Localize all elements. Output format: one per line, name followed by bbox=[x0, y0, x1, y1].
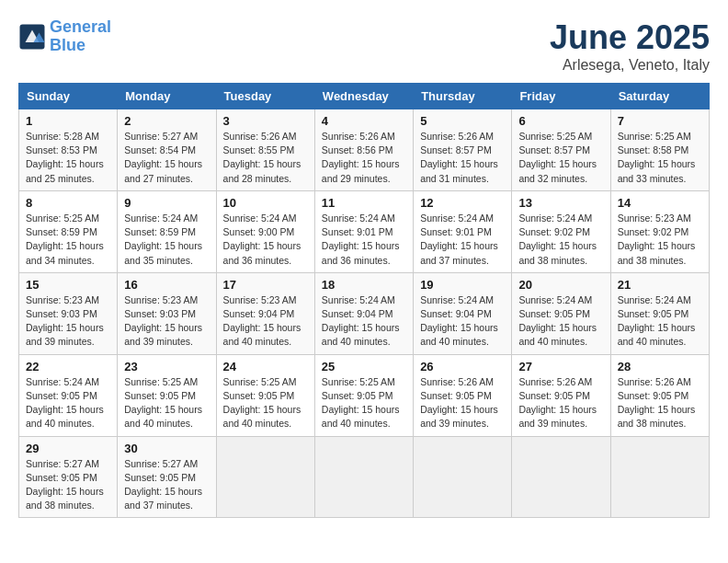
day-number: 17 bbox=[223, 278, 308, 292]
calendar-cell: 1Sunrise: 5:28 AMSunset: 8:53 PMDaylight… bbox=[19, 109, 118, 191]
day-number: 1 bbox=[26, 114, 110, 128]
day-info: Sunrise: 5:27 AMSunset: 9:05 PMDaylight:… bbox=[26, 457, 110, 513]
day-number: 12 bbox=[420, 196, 505, 210]
day-info: Sunrise: 5:27 AMSunset: 9:05 PMDaylight:… bbox=[124, 457, 209, 513]
day-info: Sunrise: 5:27 AMSunset: 8:54 PMDaylight:… bbox=[124, 130, 209, 186]
day-number: 10 bbox=[223, 196, 308, 210]
calendar-cell bbox=[512, 436, 610, 518]
day-info: Sunrise: 5:26 AMSunset: 8:55 PMDaylight:… bbox=[223, 130, 308, 186]
calendar-cell bbox=[414, 436, 512, 518]
day-info: Sunrise: 5:25 AMSunset: 9:05 PMDaylight:… bbox=[322, 375, 406, 431]
day-info: Sunrise: 5:23 AMSunset: 9:03 PMDaylight:… bbox=[124, 293, 209, 350]
day-number: 21 bbox=[618, 278, 702, 292]
day-number: 19 bbox=[420, 278, 505, 292]
day-number: 14 bbox=[618, 196, 702, 210]
day-info: Sunrise: 5:25 AMSunset: 9:05 PMDaylight:… bbox=[223, 375, 308, 431]
calendar-cell: 17Sunrise: 5:23 AMSunset: 9:04 PMDayligh… bbox=[216, 272, 314, 354]
day-info: Sunrise: 5:26 AMSunset: 9:05 PMDaylight:… bbox=[618, 375, 702, 431]
day-info: Sunrise: 5:23 AMSunset: 9:03 PMDaylight:… bbox=[26, 293, 110, 350]
col-header-thursday: Thursday bbox=[414, 84, 512, 109]
calendar-cell: 5Sunrise: 5:26 AMSunset: 8:57 PMDaylight… bbox=[414, 109, 512, 191]
day-number: 23 bbox=[124, 360, 209, 373]
day-info: Sunrise: 5:24 AMSunset: 9:05 PMDaylight:… bbox=[618, 293, 702, 350]
week-row-2: 8Sunrise: 5:25 AMSunset: 8:59 PMDaylight… bbox=[19, 190, 710, 272]
week-row-4: 22Sunrise: 5:24 AMSunset: 9:05 PMDayligh… bbox=[19, 354, 710, 436]
day-number: 26 bbox=[420, 360, 505, 373]
calendar-cell: 9Sunrise: 5:24 AMSunset: 8:59 PMDaylight… bbox=[118, 190, 216, 272]
day-number: 18 bbox=[322, 278, 406, 292]
day-number: 24 bbox=[223, 360, 308, 373]
day-info: Sunrise: 5:24 AMSunset: 9:04 PMDaylight:… bbox=[322, 293, 406, 350]
calendar-cell: 4Sunrise: 5:26 AMSunset: 8:56 PMDaylight… bbox=[314, 109, 413, 191]
day-number: 7 bbox=[618, 114, 702, 128]
calendar-cell bbox=[216, 436, 314, 518]
day-info: Sunrise: 5:26 AMSunset: 8:56 PMDaylight:… bbox=[322, 130, 406, 186]
calendar-cell: 14Sunrise: 5:23 AMSunset: 9:02 PMDayligh… bbox=[610, 190, 709, 272]
calendar-cell: 2Sunrise: 5:27 AMSunset: 8:54 PMDaylight… bbox=[118, 109, 216, 191]
day-info: Sunrise: 5:24 AMSunset: 9:00 PMDaylight:… bbox=[223, 212, 308, 268]
calendar-cell: 15Sunrise: 5:23 AMSunset: 9:03 PMDayligh… bbox=[19, 272, 118, 354]
week-row-3: 15Sunrise: 5:23 AMSunset: 9:03 PMDayligh… bbox=[19, 272, 710, 354]
day-info: Sunrise: 5:26 AMSunset: 8:57 PMDaylight:… bbox=[420, 130, 505, 186]
logo-text: General Blue bbox=[50, 18, 111, 55]
day-info: Sunrise: 5:25 AMSunset: 8:58 PMDaylight:… bbox=[618, 130, 702, 186]
calendar-table: SundayMondayTuesdayWednesdayThursdayFrid… bbox=[18, 83, 710, 518]
day-number: 9 bbox=[124, 196, 209, 210]
day-info: Sunrise: 5:28 AMSunset: 8:53 PMDaylight:… bbox=[26, 130, 110, 186]
calendar-cell: 10Sunrise: 5:24 AMSunset: 9:00 PMDayligh… bbox=[216, 190, 314, 272]
day-number: 28 bbox=[618, 360, 702, 373]
col-header-saturday: Saturday bbox=[610, 84, 709, 109]
day-info: Sunrise: 5:24 AMSunset: 9:02 PMDaylight:… bbox=[518, 212, 603, 268]
logo: General Blue bbox=[18, 18, 111, 55]
day-info: Sunrise: 5:26 AMSunset: 9:05 PMDaylight:… bbox=[420, 375, 505, 431]
day-number: 27 bbox=[518, 360, 603, 373]
day-number: 4 bbox=[322, 114, 406, 128]
day-number: 3 bbox=[223, 114, 308, 128]
location-subtitle: Arlesega, Veneto, Italy bbox=[550, 57, 710, 74]
calendar-cell: 22Sunrise: 5:24 AMSunset: 9:05 PMDayligh… bbox=[19, 354, 118, 436]
day-number: 5 bbox=[420, 114, 505, 128]
calendar-cell: 29Sunrise: 5:27 AMSunset: 9:05 PMDayligh… bbox=[19, 436, 118, 518]
calendar-cell: 3Sunrise: 5:26 AMSunset: 8:55 PMDaylight… bbox=[216, 109, 314, 191]
day-number: 29 bbox=[26, 442, 110, 455]
calendar-cell: 21Sunrise: 5:24 AMSunset: 9:05 PMDayligh… bbox=[610, 272, 709, 354]
day-number: 25 bbox=[322, 360, 406, 373]
logo-icon bbox=[18, 23, 46, 51]
calendar-cell: 26Sunrise: 5:26 AMSunset: 9:05 PMDayligh… bbox=[414, 354, 512, 436]
calendar-cell: 19Sunrise: 5:24 AMSunset: 9:04 PMDayligh… bbox=[414, 272, 512, 354]
week-row-5: 29Sunrise: 5:27 AMSunset: 9:05 PMDayligh… bbox=[19, 436, 710, 518]
day-number: 20 bbox=[518, 278, 603, 292]
col-header-sunday: Sunday bbox=[19, 84, 118, 109]
day-info: Sunrise: 5:25 AMSunset: 8:59 PMDaylight:… bbox=[26, 212, 110, 268]
page-header: General Blue June 2025 Arlesega, Veneto,… bbox=[18, 18, 710, 74]
calendar-cell: 12Sunrise: 5:24 AMSunset: 9:01 PMDayligh… bbox=[414, 190, 512, 272]
day-info: Sunrise: 5:23 AMSunset: 9:04 PMDaylight:… bbox=[223, 293, 308, 350]
col-header-monday: Monday bbox=[118, 84, 216, 109]
day-number: 22 bbox=[26, 360, 110, 373]
day-info: Sunrise: 5:26 AMSunset: 9:05 PMDaylight:… bbox=[518, 375, 603, 431]
day-number: 8 bbox=[26, 196, 110, 210]
day-info: Sunrise: 5:24 AMSunset: 9:05 PMDaylight:… bbox=[518, 293, 603, 350]
day-number: 15 bbox=[26, 278, 110, 292]
day-info: Sunrise: 5:24 AMSunset: 9:04 PMDaylight:… bbox=[420, 293, 505, 350]
day-number: 2 bbox=[124, 114, 209, 128]
calendar-cell: 28Sunrise: 5:26 AMSunset: 9:05 PMDayligh… bbox=[610, 354, 709, 436]
col-header-tuesday: Tuesday bbox=[216, 84, 314, 109]
calendar-cell: 11Sunrise: 5:24 AMSunset: 9:01 PMDayligh… bbox=[314, 190, 413, 272]
calendar-cell: 27Sunrise: 5:26 AMSunset: 9:05 PMDayligh… bbox=[512, 354, 610, 436]
day-info: Sunrise: 5:23 AMSunset: 9:02 PMDaylight:… bbox=[618, 212, 702, 268]
title-block: June 2025 Arlesega, Veneto, Italy bbox=[550, 18, 710, 74]
day-info: Sunrise: 5:24 AMSunset: 9:01 PMDaylight:… bbox=[420, 212, 505, 268]
col-header-wednesday: Wednesday bbox=[314, 84, 413, 109]
calendar-cell: 8Sunrise: 5:25 AMSunset: 8:59 PMDaylight… bbox=[19, 190, 118, 272]
calendar-cell: 20Sunrise: 5:24 AMSunset: 9:05 PMDayligh… bbox=[512, 272, 610, 354]
day-info: Sunrise: 5:25 AMSunset: 9:05 PMDaylight:… bbox=[124, 375, 209, 431]
month-title: June 2025 bbox=[550, 18, 710, 57]
calendar-cell bbox=[610, 436, 709, 518]
calendar-cell bbox=[314, 436, 413, 518]
day-number: 13 bbox=[518, 196, 603, 210]
week-row-1: 1Sunrise: 5:28 AMSunset: 8:53 PMDaylight… bbox=[19, 109, 710, 191]
day-number: 6 bbox=[518, 114, 603, 128]
calendar-cell: 7Sunrise: 5:25 AMSunset: 8:58 PMDaylight… bbox=[610, 109, 709, 191]
calendar-cell: 24Sunrise: 5:25 AMSunset: 9:05 PMDayligh… bbox=[216, 354, 314, 436]
